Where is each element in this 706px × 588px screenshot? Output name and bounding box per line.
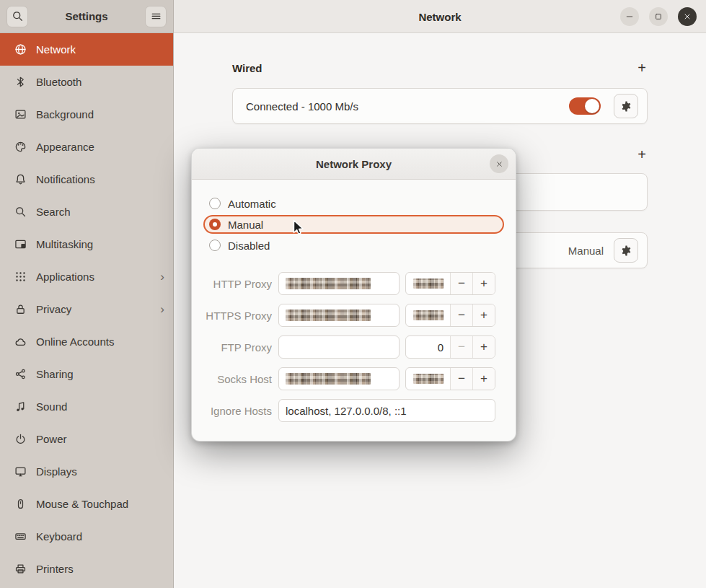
sidebar-item-label: Sound (36, 400, 67, 413)
sidebar-item-mouse-touchpad[interactable]: Mouse & Touchpad (0, 488, 173, 520)
ignore-hosts-value: localhost, 127.0.0.0/8, ::1 (286, 405, 407, 417)
sidebar-item-label: Applications (36, 271, 94, 283)
http-proxy-input[interactable] (278, 272, 400, 295)
socks-host-input[interactable] (278, 367, 400, 390)
network-proxy-dialog: Network Proxy Automatic Manual Disabled … (191, 148, 516, 442)
http-proxy-row: HTTP Proxy − + (203, 272, 494, 295)
sidebar-item-network[interactable]: Network (0, 33, 173, 66)
globe-icon (14, 43, 27, 56)
proxy-option-automatic[interactable]: Automatic (203, 194, 504, 213)
search-button[interactable] (6, 6, 28, 27)
search-icon (14, 206, 27, 218)
decrement-button[interactable]: − (450, 336, 472, 358)
gear-icon (620, 245, 632, 257)
sidebar-item-label: Background (36, 108, 94, 120)
sidebar-item-bluetooth[interactable]: Bluetooth (0, 66, 173, 98)
proxy-option-disabled[interactable]: Disabled (203, 236, 504, 255)
add-vpn-button[interactable]: + (636, 147, 648, 162)
sidebar-item-displays[interactable]: Displays (0, 455, 173, 488)
sidebar-item-label: Notifications (36, 173, 95, 185)
radio-unchecked-icon (209, 240, 221, 251)
main-headerbar: Network (174, 0, 706, 33)
http-proxy-port-spinbox: − + (405, 272, 495, 295)
mouse-cursor (289, 219, 306, 238)
sidebar-item-applications[interactable]: Applications › (0, 260, 173, 293)
ftp-proxy-port-value[interactable]: 0 (406, 336, 450, 358)
redacted-value (286, 310, 371, 321)
http-proxy-port-value[interactable] (406, 273, 450, 294)
sidebar-item-label: Network (36, 43, 76, 56)
sidebar-item-keyboard[interactable]: Keyboard (0, 520, 173, 553)
redacted-value (413, 374, 444, 384)
share-icon (14, 368, 27, 380)
decrement-button[interactable]: − (450, 368, 472, 390)
proxy-settings-button[interactable] (614, 238, 638, 263)
menu-button[interactable] (145, 6, 167, 27)
app-grid-icon (14, 271, 27, 283)
close-button[interactable] (678, 7, 697, 26)
option-label: Disabled (228, 240, 270, 252)
https-proxy-input[interactable] (278, 304, 400, 327)
wired-status-label: Connected - 1000 Mb/s (233, 100, 358, 113)
sidebar-headerbar: Settings (0, 0, 174, 33)
sidebar-item-notifications[interactable]: Notifications (0, 163, 173, 196)
palette-icon (14, 141, 27, 153)
wired-toggle[interactable] (569, 97, 601, 115)
ignore-hosts-input[interactable]: localhost, 127.0.0.0/8, ::1 (278, 399, 495, 422)
socks-port-value[interactable] (406, 368, 450, 390)
chevron-right-icon: › (160, 302, 164, 317)
add-wired-button[interactable]: + (636, 61, 648, 75)
sidebar-item-sharing[interactable]: Sharing (0, 358, 173, 390)
sidebar-item-privacy[interactable]: Privacy › (0, 293, 173, 325)
sidebar-item-label: Sharing (36, 368, 74, 380)
sidebar-item-label: Bluetooth (36, 76, 81, 88)
increment-button[interactable]: + (472, 336, 495, 358)
sidebar: Network Bluetooth Background Appearance … (0, 33, 174, 588)
increment-button[interactable]: + (472, 304, 495, 326)
wired-connection-row[interactable]: Connected - 1000 Mb/s (232, 88, 648, 124)
ftp-proxy-input[interactable] (278, 335, 400, 359)
sidebar-item-appearance[interactable]: Appearance (0, 131, 173, 163)
sidebar-item-sound[interactable]: Sound (0, 390, 173, 423)
sidebar-item-printers[interactable]: Printers (0, 553, 173, 585)
sidebar-item-background[interactable]: Background (0, 98, 173, 131)
power-icon (14, 433, 27, 445)
socks-host-label: Socks Host (203, 373, 278, 385)
sidebar-item-label: Printers (36, 563, 74, 575)
https-proxy-port-value[interactable] (406, 304, 450, 326)
redacted-value (286, 278, 371, 289)
option-label: Automatic (228, 198, 276, 210)
gear-icon (620, 100, 632, 113)
settings-window: Settings Network Network Bluetooth (0, 0, 706, 588)
sidebar-item-online-accounts[interactable]: Online Accounts (0, 325, 173, 358)
ftp-proxy-port-spinbox: 0 − + (405, 335, 495, 359)
decrement-button[interactable]: − (450, 273, 472, 294)
sidebar-item-label: Keyboard (36, 530, 82, 543)
printer-icon (14, 563, 27, 575)
hamburger-icon (150, 10, 162, 22)
sidebar-item-multitasking[interactable]: Multitasking (0, 228, 173, 260)
keyboard-icon (14, 530, 27, 543)
decrement-button[interactable]: − (450, 304, 472, 326)
redacted-value (413, 278, 444, 289)
minimize-button[interactable] (620, 7, 639, 26)
sidebar-item-search[interactable]: Search (0, 196, 173, 228)
sidebar-item-power[interactable]: Power (0, 423, 173, 455)
proxy-option-manual[interactable]: Manual (203, 215, 504, 234)
dialog-title: Network Proxy (316, 158, 392, 170)
https-proxy-label: HTTPS Proxy (203, 310, 278, 322)
lock-icon (14, 303, 27, 315)
radio-checked-icon (209, 219, 221, 230)
dialog-close-button[interactable] (490, 154, 508, 173)
wired-settings-button[interactable] (614, 94, 638, 118)
sidebar-item-label: Displays (36, 465, 77, 478)
sidebar-item-label: Privacy (36, 303, 71, 315)
https-proxy-port-spinbox: − + (405, 304, 495, 327)
maximize-button[interactable] (649, 7, 668, 26)
redacted-value (413, 310, 444, 320)
increment-button[interactable]: + (472, 273, 495, 294)
proxy-row-controls: Manual (568, 238, 647, 263)
maximize-icon (654, 12, 663, 21)
increment-button[interactable]: + (472, 368, 495, 390)
sidebar-item-label: Online Accounts (36, 335, 114, 348)
